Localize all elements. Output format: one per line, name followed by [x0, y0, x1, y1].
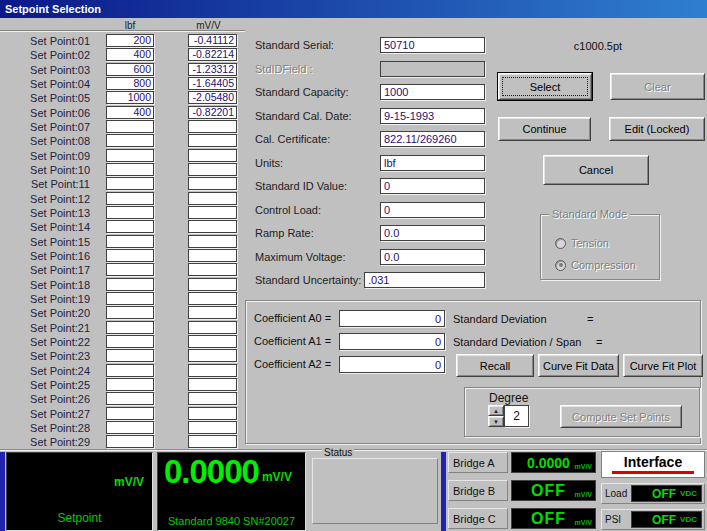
setpoint-mvv-input[interactable] [188, 306, 237, 319]
setpoint-row-label: Set Point:29 [0, 436, 90, 448]
form-field-label: Standard Uncertainty: [255, 274, 377, 286]
setpoint-row-label: Set Point:24 [0, 365, 90, 377]
setpoint-mvv-input[interactable] [188, 364, 237, 377]
coefficient-a2-label: Coefficient A2 = [254, 358, 331, 370]
aux-unit: VDC [680, 515, 697, 524]
standard-display-value: 0.0000 [164, 454, 259, 490]
standard-display-caption: Standard 9840 SN#20027 [158, 515, 305, 527]
edit-locked-button-label: Edit (Locked) [625, 123, 690, 135]
form-field-input[interactable]: 0.0 [380, 249, 485, 265]
setpoint-mvv-input[interactable] [188, 349, 237, 362]
form-field-label: Cal. Certificate: [255, 133, 377, 145]
form-row: Standard Capacity:1000 [0, 84, 707, 102]
aux-value: OFF [652, 513, 676, 527]
degree-spinner-down[interactable]: ▼ [488, 416, 504, 427]
form-field-input [380, 61, 485, 77]
setpoint-row-label: Set Point:26 [0, 393, 90, 405]
form-field-input[interactable]: 0.0 [380, 225, 485, 241]
setpoint-mvv-input[interactable] [188, 392, 237, 405]
setpoint-row-label: Set Point:19 [0, 293, 90, 305]
form-row: Cal. Certificate:822.11/269260 [0, 131, 707, 149]
setpoint-load-input[interactable] [106, 335, 154, 348]
setpoint-load-input[interactable] [106, 292, 154, 305]
header-separator [0, 30, 245, 32]
form-field-input[interactable]: lbf [380, 155, 485, 171]
setpoint-selection-window: Setpoint Selection lbf mV/V Set Point:01… [0, 0, 707, 531]
form-field-input[interactable]: 1000 [380, 84, 485, 100]
form-field-input[interactable]: .031 [364, 272, 485, 288]
std-deviation-span-label: Standard Deviation / Span [453, 336, 581, 348]
form-field-label: Standard ID Value: [255, 180, 377, 192]
setpoint-load-input[interactable] [106, 392, 154, 405]
curve-fit-panel: Coefficient A0 = 0 Coefficient A1 = 0 Co… [245, 300, 701, 444]
title-bar[interactable]: Setpoint Selection [0, 0, 707, 18]
coefficient-a0-input[interactable]: 0 [339, 310, 445, 327]
setpoint-load-input[interactable] [106, 421, 154, 434]
coefficient-a2-input[interactable]: 0 [339, 356, 445, 373]
setpoint-load-input[interactable] [106, 378, 154, 391]
bridge-display: OFFmV/V [511, 480, 596, 501]
form-field-input[interactable]: 50710 [380, 37, 485, 53]
aux-label: PSI [605, 514, 631, 525]
setpoint-mvv-input[interactable] [188, 435, 237, 448]
form-field-input[interactable]: 9-15-1993 [380, 108, 485, 124]
form-field-label: Units: [255, 157, 377, 169]
std-deviation-label: Standard Deviation [453, 313, 547, 325]
compression-label: Compression [571, 259, 636, 271]
cancel-button[interactable]: Cancel [543, 155, 649, 185]
recall-button[interactable]: Recall [456, 354, 534, 377]
degree-spinner-up[interactable]: ▲ [488, 405, 504, 416]
setpoint-mvv-input[interactable] [188, 407, 237, 420]
setpoint-row: Set Point:23 [0, 349, 245, 363]
setpoint-row: Set Point:27 [0, 407, 245, 421]
clear-button-label: Clear [644, 81, 670, 93]
setpoint-mvv-input[interactable] [188, 292, 237, 305]
curve-fit-plot-button[interactable]: Curve Fit Plot [623, 354, 703, 377]
select-button[interactable]: Select [498, 73, 592, 100]
bridge-unit: mV/V [574, 491, 592, 498]
form-field-label: Standard Capacity: [255, 86, 377, 98]
setpoint-display: mV/V Setpoint [6, 452, 153, 531]
setpoint-row: Set Point:28 [0, 421, 245, 435]
setpoint-mvv-input[interactable] [188, 378, 237, 391]
curve-fit-plot-button-label: Curve Fit Plot [630, 360, 697, 372]
setpoint-load-input[interactable] [106, 364, 154, 377]
radio-compression-icon [555, 260, 566, 271]
setpoint-mvv-input[interactable] [188, 421, 237, 434]
form-field-label: Standard Serial: [255, 39, 377, 51]
standard-mode-group: Standard Mode Tension Compression [540, 214, 660, 280]
focus-rect [502, 77, 588, 96]
setpoint-mvv-input[interactable] [188, 335, 237, 348]
setpoint-load-input[interactable] [106, 349, 154, 362]
form-field-label: StdIDField : [255, 63, 377, 75]
interface-underline [612, 471, 694, 474]
edit-locked-button[interactable]: Edit (Locked) [609, 117, 705, 141]
continue-button[interactable]: Continue [498, 117, 591, 141]
clear-button: Clear [610, 73, 705, 100]
form-field-input[interactable]: 0 [380, 178, 485, 194]
setpoint-load-input[interactable] [106, 407, 154, 420]
compute-set-points-label: Compute Set Points [572, 411, 670, 423]
form-field-input[interactable]: 822.11/269260 [380, 131, 485, 147]
spinner-up-icon: ▲ [493, 407, 499, 415]
setpoint-load-input[interactable] [106, 321, 154, 334]
setpoint-load-input[interactable] [106, 306, 154, 319]
bridge-label: Bridge B [448, 480, 508, 501]
aux-row: LoadOFFVDC [601, 483, 705, 504]
standard-mode-title: Standard Mode [549, 208, 630, 220]
cancel-button-label: Cancel [579, 164, 613, 176]
curve-fit-data-button[interactable]: Curve Fit Data [538, 354, 619, 377]
degree-group: Degree ▲ ▼ 2 Compute Set Points [464, 387, 700, 437]
setpoint-row: Set Point:25 [0, 378, 245, 392]
coefficient-a1-input[interactable]: 0 [339, 333, 445, 350]
curve-fit-data-button-label: Curve Fit Data [543, 360, 614, 372]
status-panel-label: Status [322, 447, 354, 458]
form-field-input[interactable]: 0 [380, 202, 485, 218]
std-deviation-equals: = [587, 313, 593, 325]
setpoint-mvv-input[interactable] [188, 321, 237, 334]
degree-label: Degree [489, 391, 528, 405]
coefficient-a0-label: Coefficient A0 = [254, 312, 331, 324]
degree-value-input[interactable]: 2 [504, 405, 529, 427]
bridge-unit: mV/V [574, 519, 592, 526]
setpoint-load-input[interactable] [106, 435, 154, 448]
